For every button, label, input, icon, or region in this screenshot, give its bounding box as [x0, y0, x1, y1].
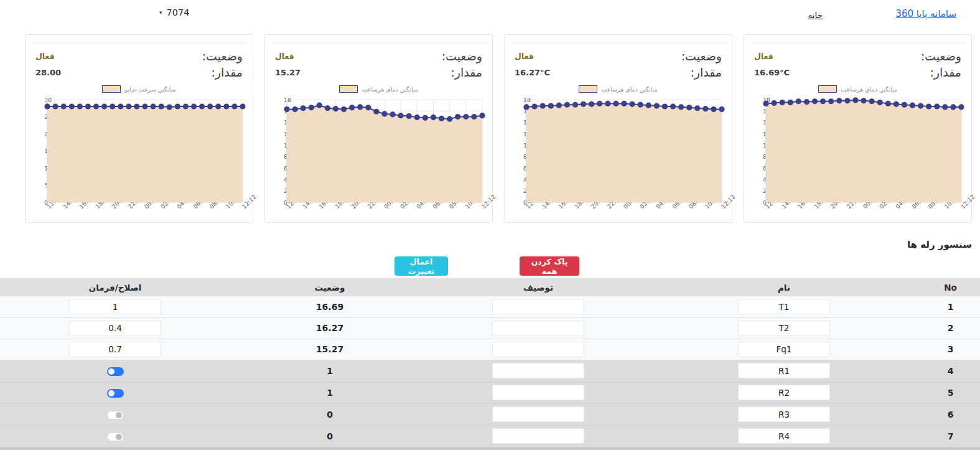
section-title: سنسور رله ها: [907, 239, 972, 250]
chart-legend: میانگین سرعت درایو: [26, 85, 253, 93]
svg-text:12:12: 12:12: [959, 193, 976, 210]
relay-table-row: 51: [0, 382, 980, 403]
name-input[interactable]: [738, 342, 830, 357]
value-text: 15.27: [275, 68, 301, 77]
device-select[interactable]: ▾ 7074: [159, 7, 189, 17]
svg-text:18: 18: [523, 96, 531, 103]
area-chart: 02468101214161812:0014:0016:0018:0020:00…: [509, 95, 727, 227]
legend-label[interactable]: میانگین دمای هرساعت: [601, 86, 658, 93]
card-top-spacer: [26, 35, 253, 42]
status-value: فعال: [275, 52, 294, 61]
name-input[interactable]: [738, 385, 830, 400]
col-header-description: توصیف: [429, 278, 647, 296]
clear-all-button[interactable]: پاک کردن همه: [520, 256, 579, 276]
legend-swatch-icon[interactable]: [102, 85, 121, 93]
row-number: 7: [921, 425, 980, 447]
caret-down-icon: ▾: [159, 10, 162, 16]
toggle-knob: [116, 412, 122, 418]
card-top-spacer: [265, 35, 492, 42]
row-number: 4: [921, 360, 980, 382]
legend-label[interactable]: میانگین سرعت درایو: [124, 86, 175, 93]
legend-label[interactable]: میانگین دمای هرساعت: [362, 86, 418, 93]
device-id: 7074: [167, 7, 190, 17]
row-number: 6: [921, 403, 980, 425]
sensor-card: وضعیت: فعال مقدار: 16.69°C میانگین دمای …: [744, 34, 972, 223]
toggle-knob: [108, 390, 114, 396]
name-input[interactable]: [738, 299, 830, 314]
toggle-knob: [116, 434, 122, 440]
svg-text:12:12: 12:12: [480, 193, 497, 210]
svg-text:12:12: 12:12: [241, 193, 258, 210]
description-input[interactable]: [492, 385, 584, 400]
relay-toggle[interactable]: [107, 411, 124, 420]
relay-table-row: 70: [0, 425, 980, 447]
chart-legend: میانگین دمای هرساعت: [744, 85, 971, 93]
description-input[interactable]: [492, 321, 584, 336]
home-link[interactable]: خانه: [808, 10, 823, 20]
name-input[interactable]: [738, 428, 830, 444]
apply-changes-button[interactable]: اعمال تغییرت: [394, 256, 448, 276]
area-chart: 05101520253012:0014:0016:0018:0020:0022:…: [30, 95, 248, 227]
card-divider: [271, 42, 486, 43]
legend-swatch-icon[interactable]: [818, 85, 837, 93]
row-number: 5: [921, 382, 980, 403]
description-input[interactable]: [492, 428, 584, 444]
status-value-cell: 0: [230, 425, 429, 447]
relays-section: سنسور رله ها اعمال تغییرت پاک کردن همه: [0, 223, 980, 278]
value-label: مقدار:: [211, 65, 243, 79]
status-value: فعال: [515, 52, 534, 61]
sensor-card: وضعیت: فعال مقدار: 16.27°C میانگین دمای …: [504, 34, 732, 223]
command-input[interactable]: [69, 321, 161, 336]
relay-table-row: 315.27: [0, 339, 980, 360]
cards-row: وضعیت: فعال مقدار: 28.00 میانگین سرعت در…: [0, 28, 980, 223]
row-number: 3: [921, 339, 980, 360]
relay-table-row: 60: [0, 403, 980, 425]
value-label: مقدار:: [450, 65, 482, 79]
command-input[interactable]: [69, 342, 161, 357]
table-header-row: No نام توصیف وضعیت اصلاح/فرمان: [0, 278, 980, 296]
svg-text:18: 18: [284, 96, 291, 103]
relay-toggle[interactable]: [107, 433, 124, 441]
description-input[interactable]: [492, 406, 584, 422]
relay-table-row: 41: [0, 360, 980, 382]
card-divider: [511, 42, 726, 43]
toggle-knob: [108, 368, 114, 375]
legend-label[interactable]: میانگین دمای هرساعت: [841, 86, 897, 93]
status-label: وضعیت:: [921, 49, 961, 63]
sensor-card: وضعیت: فعال مقدار: 15.27 میانگین دمای هر…: [264, 34, 493, 223]
name-input[interactable]: [738, 321, 830, 336]
svg-text:12:12: 12:12: [720, 193, 737, 210]
row-number: 1: [921, 296, 980, 317]
value-label: مقدار:: [930, 65, 961, 79]
relay-table-row: 116.69: [0, 296, 980, 317]
relay-toggle[interactable]: [107, 389, 124, 398]
brand-link[interactable]: سامانه پایا 360: [895, 8, 956, 19]
chart-legend: میانگین دمای هرساعت: [265, 85, 492, 93]
legend-swatch-icon[interactable]: [339, 85, 358, 93]
name-input[interactable]: [738, 406, 830, 422]
top-bar: سامانه پایا 360 خانه ▾ 7074: [0, 0, 980, 28]
description-input[interactable]: [492, 342, 584, 357]
legend-swatch-icon[interactable]: [579, 85, 597, 93]
col-header-command: اصلاح/فرمان: [0, 278, 230, 296]
bottom-bar: [0, 448, 980, 450]
status-value: فعال: [35, 52, 55, 61]
status-label: وضعیت:: [442, 49, 482, 63]
col-header-status: وضعیت: [230, 278, 429, 296]
area-chart: 02468101214161812:0014:0016:0018:0020:00…: [269, 95, 488, 227]
status-value-cell: 15.27: [230, 339, 429, 360]
command-input[interactable]: [69, 299, 161, 314]
card-top-spacer: [505, 35, 732, 42]
row-number: 2: [921, 317, 980, 339]
value-text: 28.00: [35, 68, 61, 77]
col-header-no: No: [921, 278, 980, 296]
relay-toggle[interactable]: [107, 367, 124, 376]
name-input[interactable]: [738, 363, 830, 378]
sensor-card: وضعیت: فعال مقدار: 28.00 میانگین سرعت در…: [25, 34, 253, 223]
description-input[interactable]: [492, 363, 584, 378]
description-input[interactable]: [492, 299, 584, 314]
card-divider: [750, 42, 965, 43]
table-body: 116.69216.27315.2741516070: [0, 296, 980, 447]
value-text: 16.69°C: [754, 68, 790, 77]
relay-table-row: 216.27: [0, 317, 980, 339]
